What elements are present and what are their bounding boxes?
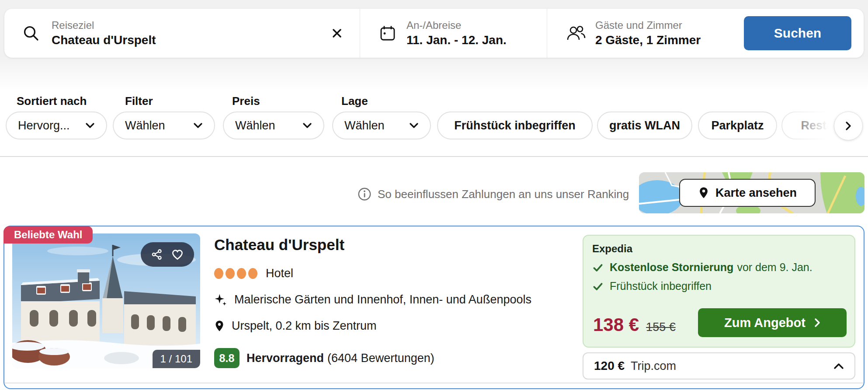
image-counter: 1 / 101 [153,350,200,368]
dates-field[interactable]: An-/Abreise 11. Jan. - 12. Jan. [360,9,547,58]
quick-filter-breakfast[interactable]: Frühstück inbegriffen [437,111,593,139]
destination-field[interactable]: Reiseziel Chateau d'Urspelt [4,9,360,58]
guests-value: 2 Gäste, 1 Zimmer [595,33,701,47]
highlight-text: Malerische Gärten und Innenhof, Innen- u… [234,293,531,306]
cta-label: Zum Angebot [724,316,806,330]
chevron-right-icon [814,318,820,327]
guests-label: Gäste und Zimmer [595,19,701,31]
chevron-down-icon [302,122,312,129]
check-icon [592,262,604,273]
chevron-down-icon [193,122,203,129]
alt-offer-provider: Trip.com [631,359,676,373]
view-map-label: Karte ansehen [715,186,797,200]
offer-price: 138 € [593,314,639,335]
go-to-offer-button[interactable]: Zum Angebot [698,308,847,337]
review-count: (6404 Bewertungen) [327,352,434,365]
search-bar: Reiseziel Chateau d'Urspelt An-/Abreise … [4,9,864,58]
hotel-name[interactable]: Chateau d'Urspelt [214,236,344,254]
hotel-type: Hotel [266,267,293,280]
popular-choice-badge: Beliebte Wahl [3,226,93,244]
chevron-up-icon[interactable] [833,363,844,369]
rating-row: 8.8 Hervorragend(6404 Bewertungen) [214,348,434,368]
dates-label: An-/Abreise [406,19,507,31]
highlight-row: Malerische Gärten und Innenhof, Innen- u… [214,293,531,306]
offer-provider: Expedia [592,243,846,255]
location-row: Urspelt, 0.2 km bis Zentrum [214,319,377,333]
chevron-right-icon [845,121,852,131]
heart-icon[interactable] [171,248,184,261]
destination-value: Chateau d'Urspelt [52,33,156,47]
sparkle-icon [214,293,227,306]
chevron-down-icon [85,122,95,129]
rating-label: Hervorragend [247,352,324,365]
offer-benefit-cancellation: Kostenlose Stornierungvor dem 9. Jan. [592,261,846,274]
top-offer-box: Expedia Kostenlose Stornierungvor dem 9.… [583,235,855,348]
price-dropdown[interactable]: Wählen [223,111,324,139]
check-icon [592,281,604,292]
price-value: Wählen [235,119,275,132]
card-divider [4,383,864,383]
location-text: Urspelt, 0.2 km bis Zentrum [232,319,377,333]
location-label: Lage [341,94,368,108]
location-dropdown[interactable]: Wählen [332,111,431,139]
filter-label: Filter [125,94,153,108]
search-button[interactable]: Suchen [744,16,851,50]
guests-field[interactable]: Gäste und Zimmer 2 Gäste, 1 Zimmer [547,9,748,58]
rating-badge: 8.8 [214,348,240,368]
more-filters-button[interactable] [834,111,863,140]
ranking-note-text: So beeinflussen Zahlungen an uns unser R… [378,188,629,201]
ranking-note: So beeinflussen Zahlungen an uns unser R… [358,187,629,202]
close-icon [330,27,344,40]
offer-old-price: 155 € [646,320,676,334]
search-icon [22,24,40,42]
quick-filter-parking[interactable]: Parkplatz [698,111,777,139]
filter-value: Wählen [125,119,165,132]
hotel-card[interactable]: 1 / 101 Chateau d'Urspelt Hotel Malerisc… [3,226,865,389]
location-pin-icon [214,320,225,333]
star-row: Hotel [214,267,293,280]
quick-filter-wifi[interactable]: gratis WLAN [597,111,692,139]
image-actions [141,242,194,267]
alt-offer-row[interactable]: 120 € Trip.com [583,352,855,380]
calendar-icon [378,24,397,42]
view-map-button[interactable]: Karte ansehen [679,179,816,207]
map-thumbnail[interactable]: Karte ansehen [639,172,865,213]
clear-destination-button[interactable] [327,24,347,43]
offer-benefit-breakfast: Frühstück inbegriffen [592,280,846,292]
alt-offer-price: 120 € [594,359,625,373]
dates-value: 11. Jan. - 12. Jan. [406,33,507,47]
location-value: Wählen [344,119,385,132]
sort-value: Hervorg... [18,119,70,132]
filter-dropdown[interactable]: Wählen [113,111,215,139]
map-pin-icon [698,186,709,199]
guests-icon [566,24,586,43]
sort-dropdown[interactable]: Hervorg... [6,111,107,139]
sort-label: Sortiert nach [17,94,87,108]
destination-label: Reiseziel [52,19,156,31]
star-rating [214,268,260,279]
hotel-image[interactable]: 1 / 101 [12,233,200,368]
chevron-down-icon [409,122,419,129]
price-label: Preis [232,94,260,108]
info-icon[interactable] [358,187,372,201]
section-divider [0,156,868,157]
share-icon[interactable] [151,248,163,261]
